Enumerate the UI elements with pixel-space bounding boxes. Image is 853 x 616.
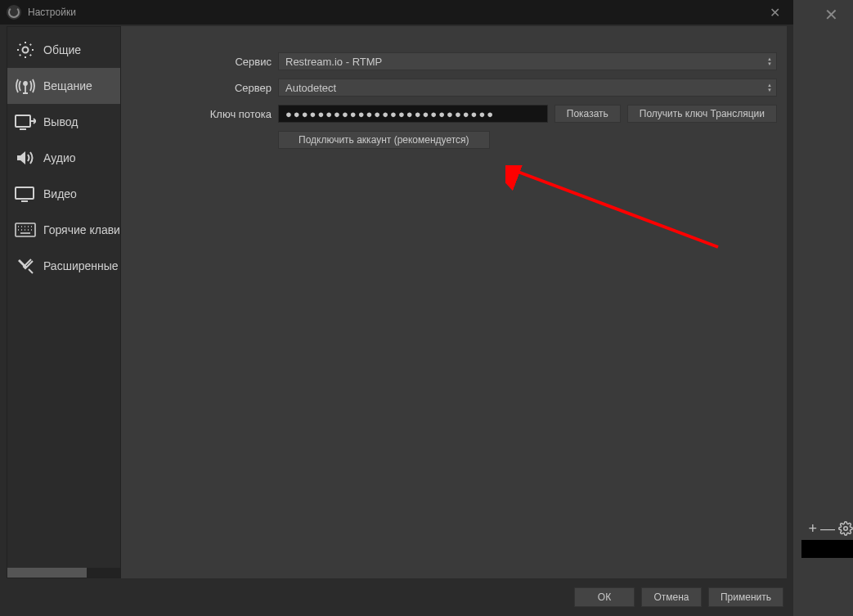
window-title: Настройки: [28, 7, 76, 18]
svg-rect-4: [16, 115, 30, 127]
apply-button[interactable]: Применить: [708, 587, 783, 607]
sidebar-item-audio[interactable]: Аудио: [7, 140, 120, 176]
sidebar-item-label: Расширенные: [43, 259, 119, 272]
sidebar-item-label: Аудио: [43, 151, 76, 164]
obs-logo-icon: [7, 5, 21, 20]
streamkey-input[interactable]: ●●●●●●●●●●●●●●●●●●●●●●●●●●: [278, 105, 548, 123]
sidebar-item-video[interactable]: Видео: [7, 176, 120, 212]
ok-button[interactable]: ОК: [574, 587, 635, 607]
content-panel: Сервис Restream.io - RTMP ▲▼ Сервер Auto…: [121, 26, 787, 578]
titlebar: Настройки ✕: [0, 0, 793, 25]
dialog-body: Общие Вещание Вывод Аудио: [7, 26, 787, 578]
svg-line-20: [514, 170, 718, 247]
cancel-button[interactable]: Отмена: [641, 587, 702, 607]
server-label: Сервер: [131, 82, 278, 94]
audio-icon: [14, 148, 37, 168]
svg-point-1: [23, 47, 29, 53]
sidebar-item-general[interactable]: Общие: [7, 32, 120, 68]
server-value: Autodetect: [285, 82, 336, 94]
sidebar-item-label: Горячие клавиши: [43, 223, 121, 236]
keyboard-icon: [14, 220, 37, 240]
service-select[interactable]: Restream.io - RTMP ▲▼: [278, 52, 777, 70]
background-close-icon: ✕: [824, 5, 838, 25]
show-key-button[interactable]: Показать: [554, 105, 621, 123]
broadcast-icon: [14, 76, 37, 96]
minus-icon: —: [820, 521, 835, 536]
server-select[interactable]: Autodetect ▲▼: [278, 79, 777, 97]
gear-icon: [838, 521, 853, 536]
plus-icon: +: [808, 521, 817, 536]
sidebar-item-stream[interactable]: Вещание: [7, 68, 120, 104]
sidebar-item-output[interactable]: Вывод: [7, 104, 120, 140]
sidebar-item-label: Видео: [43, 187, 77, 200]
settings-dialog: Настройки ✕ Общие Вещание Вывод: [0, 0, 793, 616]
streamkey-masked: ●●●●●●●●●●●●●●●●●●●●●●●●●●: [285, 108, 495, 120]
close-button[interactable]: ✕: [763, 2, 787, 24]
spinner-icon: ▲▼: [763, 53, 776, 70]
output-icon: [14, 112, 37, 132]
annotation-arrow-icon: [505, 165, 734, 263]
spinner-icon: ▲▼: [763, 79, 776, 96]
service-value: Restream.io - RTMP: [285, 56, 382, 68]
service-label: Сервис: [131, 56, 278, 68]
svg-point-0: [844, 527, 848, 531]
gear-icon: [14, 40, 37, 60]
sidebar-item-label: Общие: [43, 43, 81, 56]
svg-rect-6: [16, 187, 34, 199]
sidebar-item-label: Вещание: [43, 79, 92, 92]
sidebar: Общие Вещание Вывод Аудио: [7, 26, 121, 578]
background-strip: [801, 540, 853, 558]
dialog-footer: ОК Отмена Применить: [0, 578, 793, 616]
streamkey-label: Ключ потока: [131, 108, 278, 120]
video-icon: [14, 184, 37, 204]
tools-icon: [14, 256, 37, 276]
sidebar-item-advanced[interactable]: Расширенные: [7, 248, 120, 284]
sidebar-item-label: Вывод: [43, 115, 78, 128]
sidebar-item-hotkeys[interactable]: Горячие клавиши: [7, 212, 120, 248]
connect-account-button[interactable]: Подключить аккаунт (рекомендуется): [278, 131, 490, 149]
sidebar-scrollbar[interactable]: [7, 568, 120, 578]
get-key-button[interactable]: Получить ключ Трансляции: [627, 105, 777, 123]
svg-point-3: [24, 82, 27, 85]
background-toolbar: + —: [797, 520, 853, 537]
